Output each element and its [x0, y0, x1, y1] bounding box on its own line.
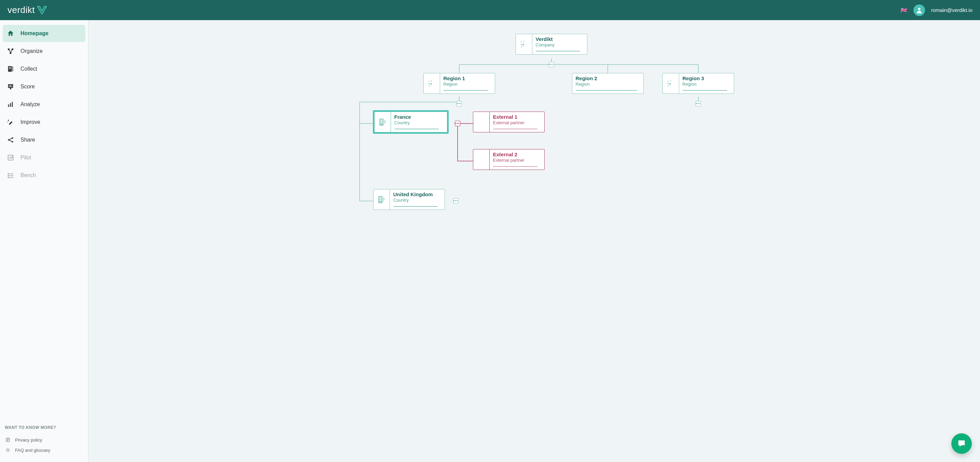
home-icon: [7, 30, 14, 37]
avatar[interactable]: [913, 5, 925, 16]
footer-link-label: Privacy policy: [15, 437, 42, 443]
sidebar-item-label: Analyze: [21, 102, 40, 108]
org-node-france[interactable]: France Country: [373, 111, 448, 133]
sidebar-item-score[interactable]: Score: [3, 78, 85, 95]
sidebar-item-homepage[interactable]: Homepage: [3, 25, 85, 42]
org-node-external-1[interactable]: External 1 External partner: [473, 111, 545, 132]
footer-link-label: FAQ and glossary: [15, 448, 50, 453]
sidebar-item-collect[interactable]: Collect: [3, 60, 85, 78]
faq-icon: [5, 447, 11, 453]
node-title: External 2: [493, 151, 538, 157]
language-flag[interactable]: 🇬🇧: [900, 7, 907, 13]
sidebar-nav: Homepage Organize Collect Score Analyze …: [3, 25, 85, 184]
bench-icon: [7, 171, 14, 179]
footer-link-faq[interactable]: FAQ and glossary: [5, 445, 83, 455]
node-subtitle: Country: [393, 198, 438, 203]
sidebar-item-label: Share: [21, 137, 35, 143]
pilot-icon: [7, 154, 14, 161]
node-title: Region 2: [576, 75, 637, 81]
sidebar-item-label: Pilot: [21, 154, 31, 161]
sidebar-item-label: Bench: [21, 172, 36, 178]
org-node-uk[interactable]: United Kingdom Country: [373, 189, 445, 210]
share-icon: [7, 136, 14, 144]
node-title: United Kingdom: [393, 191, 438, 197]
sidebar-item-label: Homepage: [21, 30, 48, 37]
node-toggle[interactable]: •••: [549, 62, 554, 67]
org-node-root[interactable]: Verdikt Company: [515, 34, 587, 55]
node-toggle[interactable]: •••: [455, 121, 460, 126]
org-canvas[interactable]: Verdikt Company ••• Region 1 Region •••: [88, 20, 980, 462]
app-header: verdikt 🇬🇧 romain@verdikt.io: [0, 0, 980, 20]
sidebar: Homepage Organize Collect Score Analyze …: [0, 20, 88, 462]
analyze-icon: [7, 101, 14, 108]
node-toggle[interactable]: •••: [457, 101, 462, 106]
node-subtitle: Country: [395, 120, 439, 125]
sidebar-item-improve[interactable]: Improve: [3, 114, 85, 131]
user-email[interactable]: romain@verdikt.io: [931, 7, 972, 13]
sidebar-item-organize[interactable]: Organize: [3, 43, 85, 60]
sidebar-item-label: Score: [21, 84, 35, 90]
sidebar-item-bench: Bench: [3, 167, 85, 184]
node-subtitle: External partner: [493, 120, 538, 125]
score-icon: [7, 83, 14, 90]
node-subtitle: External partner: [493, 158, 538, 163]
sidebar-footer: WANT TO KNOW MORE? Privacy policy FAQ an…: [3, 425, 85, 455]
chat-icon: [957, 439, 966, 448]
sidebar-item-share[interactable]: Share: [3, 131, 85, 148]
chat-button[interactable]: [951, 433, 972, 454]
node-subtitle: Region: [682, 81, 727, 87]
footer-heading: WANT TO KNOW MORE?: [5, 425, 83, 430]
click-icon: [663, 73, 679, 94]
person-icon: [915, 6, 923, 14]
sidebar-item-label: Collect: [21, 66, 37, 72]
logo-mark-icon: [37, 6, 47, 15]
sidebar-item-pilot: Pilot: [3, 149, 85, 166]
org-node-region-2[interactable]: Region 2 Region: [572, 73, 644, 94]
click-icon: [424, 73, 440, 94]
node-subtitle: Region: [444, 81, 488, 87]
sidebar-item-label: Organize: [21, 48, 43, 54]
organize-icon: [7, 48, 14, 55]
org-node-region-1[interactable]: Region 1 Region: [423, 73, 495, 94]
logo-text: verdikt: [8, 5, 35, 15]
node-subtitle: Region: [576, 81, 637, 87]
node-title: Verdikt: [536, 36, 580, 42]
footer-link-privacy[interactable]: Privacy policy: [5, 435, 83, 445]
org-tree: Verdikt Company ••• Region 1 Region •••: [329, 34, 739, 225]
node-title: France: [395, 114, 439, 120]
collect-icon: [7, 65, 14, 73]
improve-icon: [7, 118, 14, 126]
click-icon: [516, 34, 532, 54]
org-node-region-3[interactable]: Region 3 Region: [662, 73, 734, 94]
policy-icon: [5, 437, 11, 443]
sidebar-item-analyze[interactable]: Analyze: [3, 96, 85, 113]
node-title: Region 3: [682, 75, 727, 81]
sidebar-item-label: Improve: [21, 119, 40, 125]
logo[interactable]: verdikt: [8, 5, 894, 15]
document-icon: [374, 189, 390, 210]
node-title: Region 1: [444, 75, 488, 81]
org-node-external-2[interactable]: External 2 External partner: [473, 149, 545, 170]
document-icon: [375, 112, 391, 132]
node-subtitle: Company: [536, 42, 580, 48]
node-toggle[interactable]: •••: [453, 198, 458, 204]
node-toggle[interactable]: •••: [695, 101, 701, 106]
node-title: External 1: [493, 114, 538, 120]
